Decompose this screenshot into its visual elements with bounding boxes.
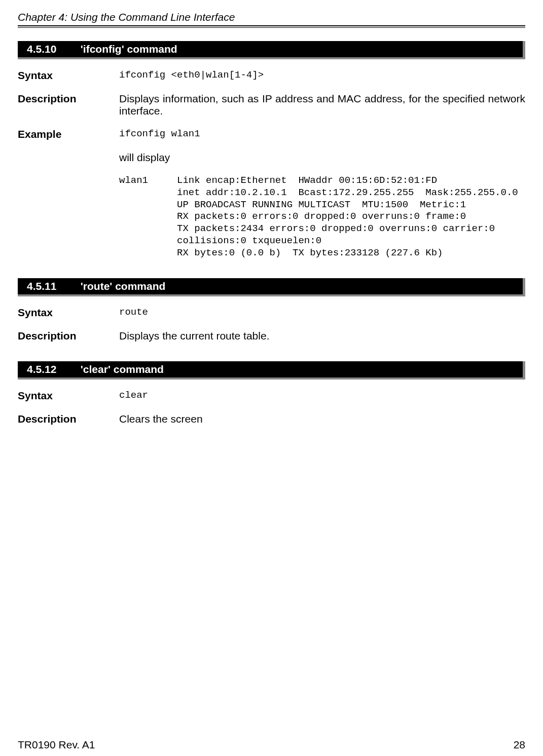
syntax-value: clear (119, 390, 525, 402)
description-row: Description Displays information, such a… (18, 93, 525, 117)
description-row: Description Clears the screen (18, 413, 525, 425)
syntax-value: ifconfig <eth0|wlan[1-4]> (119, 69, 525, 82)
example-value: ifconfig wlan1 (119, 128, 525, 140)
description-row: Description Displays the current route t… (18, 330, 525, 342)
section-number: 4.5.10 (27, 43, 78, 55)
footer-doc-id: TR0190 Rev. A1 (18, 739, 95, 751)
syntax-row: Syntax route (18, 307, 525, 319)
syntax-label: Syntax (18, 390, 119, 402)
syntax-value: route (119, 307, 525, 319)
page-footer: TR0190 Rev. A1 28 (18, 739, 525, 751)
example-label: Example (18, 128, 119, 140)
example-row: Example ifconfig wlan1 (18, 128, 525, 140)
header-rule (18, 25, 525, 28)
syntax-label: Syntax (18, 307, 119, 319)
description-value: Displays information, such as IP address… (119, 93, 525, 117)
description-value: Displays the current route table. (119, 330, 525, 342)
description-label: Description (18, 330, 119, 342)
section-banner-route: 4.5.11 'route' command (18, 278, 525, 294)
syntax-row: Syntax ifconfig <eth0|wlan[1-4]> (18, 69, 525, 82)
section-number: 4.5.12 (27, 363, 78, 375)
footer-page-number: 28 (514, 739, 525, 751)
section-title: 'clear' command (81, 363, 164, 375)
description-value: Clears the screen (119, 413, 525, 425)
description-label: Description (18, 93, 119, 117)
section-title: 'route' command (81, 280, 166, 292)
chapter-title: Chapter 4: Using the Command Line Interf… (18, 11, 525, 23)
section-banner-clear: 4.5.12 'clear' command (18, 361, 525, 377)
section-title: 'ifconfig' command (81, 43, 177, 55)
will-display-text: will display (119, 152, 525, 164)
syntax-row: Syntax clear (18, 390, 525, 402)
section-banner-ifconfig: 4.5.10 'ifconfig' command (18, 41, 525, 57)
syntax-label: Syntax (18, 69, 119, 82)
example-output: wlan1 Link encap:Ethernet HWaddr 00:15:6… (119, 175, 525, 259)
section-number: 4.5.11 (27, 280, 78, 292)
description-label: Description (18, 413, 119, 425)
